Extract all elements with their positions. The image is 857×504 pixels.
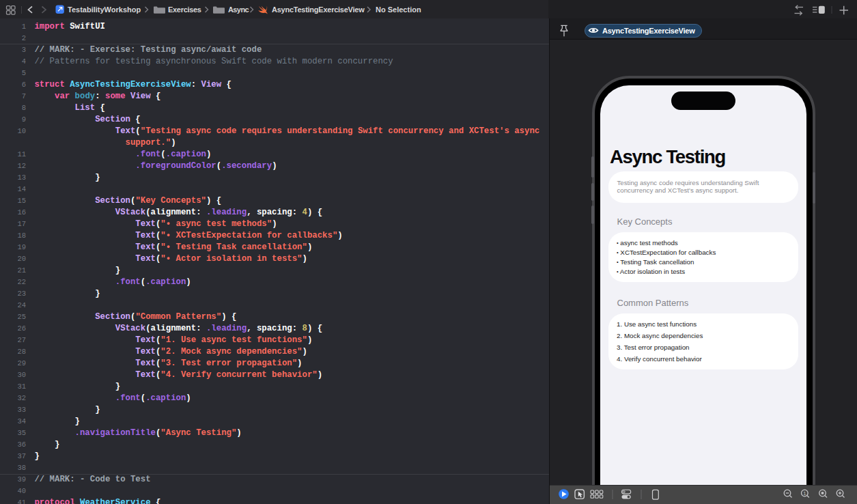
svg-text:1: 1 <box>803 490 806 496</box>
